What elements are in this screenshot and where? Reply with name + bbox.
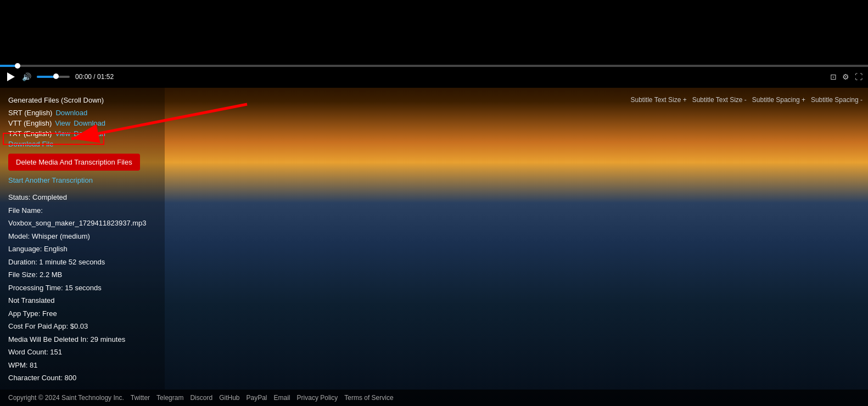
footer-copyright: Copyright © 2024 Saint Technology Inc.: [8, 394, 124, 402]
subtitle-spacing-plus[interactable]: Subtitle Spacing +: [752, 96, 805, 104]
left-panel: Generated Files (Scroll Down) SRT (Engli…: [0, 88, 165, 390]
vtt-file-row: VTT (English) View Download: [8, 119, 156, 127]
footer-terms[interactable]: Terms of Service: [344, 394, 393, 402]
footer-email[interactable]: Email: [274, 394, 290, 402]
filesize-row: File Size: 2.2 MB: [8, 269, 156, 280]
play-button[interactable]: [5, 71, 16, 82]
char-count-row: Character Count: 800: [8, 373, 156, 384]
duration-row: Duration: 1 minute 52 seconds: [8, 257, 156, 268]
subtitle-controls: Subtitle Text Size + Subtitle Text Size …: [631, 96, 863, 104]
video-controls-bar: 🔊 00:00 / 01:52 ⊡ ⚙ ⛶: [0, 66, 868, 88]
info-block: Status: Completed File Name: Voxbox_song…: [8, 192, 156, 384]
cost-row: Cost For Paid App: $0.03: [8, 321, 156, 332]
vtt-label: VTT (English): [8, 119, 52, 127]
download-file-link[interactable]: Download File: [8, 140, 156, 148]
srt-download-link[interactable]: Download: [55, 109, 87, 117]
status-value: Completed: [32, 193, 67, 201]
filename-value: Voxbox_song_maker_1729411823937.mp3: [8, 219, 147, 227]
txt-label: TXT (English): [8, 129, 52, 138]
delete-button[interactable]: Delete Media And Transcription Files: [8, 154, 140, 171]
footer: Copyright © 2024 Saint Technology Inc. T…: [0, 390, 868, 406]
footer-github[interactable]: GitHub: [219, 394, 239, 402]
control-icons: ⊡ ⚙ ⛶: [830, 72, 863, 81]
footer-telegram[interactable]: Telegram: [156, 394, 183, 402]
generated-files-title: Generated Files (Scroll Down): [8, 96, 156, 104]
footer-privacy[interactable]: Privacy Policy: [297, 394, 338, 402]
txt-download-link[interactable]: Download: [74, 129, 105, 138]
txt-file-row: TXT (English) View Download: [8, 129, 156, 138]
delete-schedule-row: Media Will Be Deleted In: 29 minutes: [8, 334, 156, 345]
wpm-row: WPM: 81: [8, 360, 156, 371]
footer-twitter[interactable]: Twitter: [131, 394, 150, 402]
fullscreen-icon[interactable]: ⛶: [855, 72, 863, 81]
language-row: Language: English: [8, 244, 156, 255]
processing-row: Processing Time: 15 seconds: [8, 283, 156, 294]
txt-view-link[interactable]: View: [55, 129, 70, 138]
word-count-row: Word Count: 151: [8, 347, 156, 358]
model-row: Model: Whisper (medium): [8, 231, 156, 242]
status-row: Status: Completed: [8, 192, 156, 203]
subtitle-spacing-minus[interactable]: Subtitle Spacing -: [811, 96, 863, 104]
start-transcription-link[interactable]: Start Another Transcription: [8, 176, 156, 184]
filename-value-row: Voxbox_song_maker_1729411823937.mp3: [8, 218, 156, 229]
filename-label-row: File Name:: [8, 205, 156, 216]
volume-icon[interactable]: 🔊: [22, 72, 31, 81]
volume-thumb: [53, 74, 59, 79]
app-type-row: App Type: Free: [8, 308, 156, 319]
vtt-view-link[interactable]: View: [55, 119, 70, 127]
not-translated-row: Not Translated: [8, 295, 156, 306]
subtitle-text-size-minus[interactable]: Subtitle Text Size -: [692, 96, 747, 104]
status-label: Status:: [8, 193, 30, 201]
settings-icon[interactable]: ⚙: [842, 72, 849, 81]
subtitles-icon[interactable]: ⊡: [830, 72, 837, 81]
srt-file-row: SRT (English) Download: [8, 109, 156, 117]
filename-label: File Name:: [8, 206, 43, 215]
footer-paypal[interactable]: PayPal: [247, 394, 267, 402]
volume-slider[interactable]: [37, 76, 70, 78]
play-icon: [7, 72, 15, 81]
subtitle-text-size-plus[interactable]: Subtitle Text Size +: [631, 96, 687, 104]
time-display: 00:00 / 01:52: [75, 73, 114, 81]
footer-discord[interactable]: Discord: [190, 394, 212, 402]
vtt-download-link[interactable]: Download: [74, 119, 105, 127]
video-player-area: 🔊 00:00 / 01:52 ⊡ ⚙ ⛶: [0, 0, 868, 88]
srt-label: SRT (English): [8, 109, 52, 117]
